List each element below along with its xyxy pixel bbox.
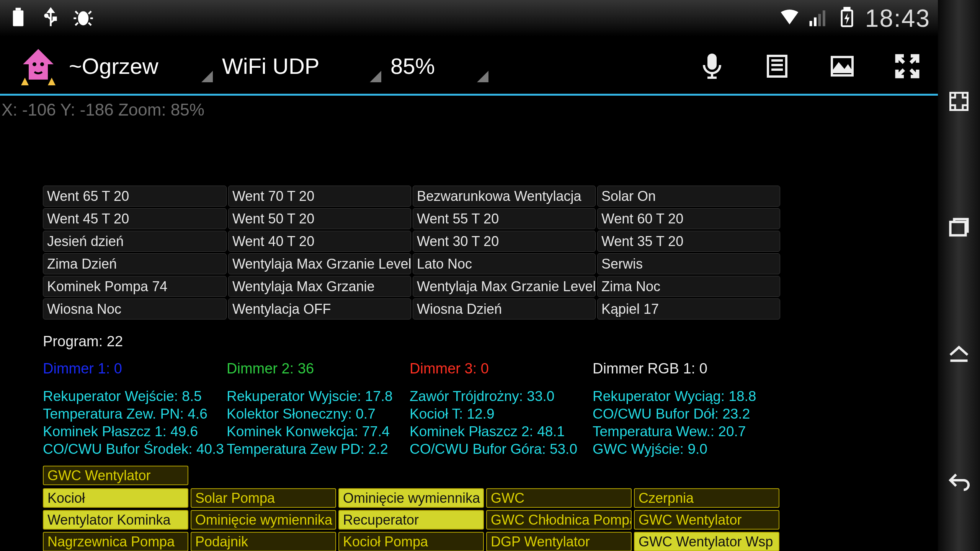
list-button[interactable] [762, 51, 792, 82]
app-action-bar: ~Ogrzew WiFi UDP 85% [0, 38, 938, 96]
preset-button[interactable]: Serwis [597, 253, 780, 274]
battery-100-icon [8, 7, 29, 29]
svg-rect-22 [951, 93, 968, 110]
mode-spinner-label: ~Ogrzew [69, 53, 158, 79]
sensor-reading: CO/CWU Bufor Góra: 53.0 [410, 440, 593, 458]
preset-button[interactable]: Kominek Pompa 74 [43, 276, 227, 297]
preset-button[interactable]: Solar On [597, 186, 780, 207]
home-button[interactable] [946, 341, 972, 367]
signal-icon [808, 7, 829, 29]
svg-point-15 [40, 62, 44, 66]
preset-button[interactable]: Went 50 T 20 [228, 208, 411, 229]
preset-button[interactable]: Bezwarunkowa Wentylacja [413, 186, 596, 207]
preset-button[interactable]: Went 40 T 20 [228, 231, 411, 252]
mic-button[interactable] [697, 51, 727, 82]
recent-apps-button[interactable] [946, 214, 972, 241]
preset-button[interactable]: Wiosna Noc [43, 298, 227, 320]
preset-button[interactable]: Wentylaja Max Grzanie Level 2 [228, 253, 411, 274]
preset-button[interactable]: Went 70 T 20 [228, 186, 411, 207]
minimize-button[interactable] [946, 88, 972, 115]
output-button[interactable]: Ominięcie wymiennika - Nie [338, 488, 484, 508]
preset-button[interactable]: Went 65 T 20 [43, 186, 227, 207]
output-button[interactable]: Nagrzewnica Pompa [43, 532, 188, 551]
svg-rect-1 [16, 8, 21, 10]
svg-rect-3 [53, 18, 56, 20]
output-button[interactable]: Ominięcie wymiennika - Tak [191, 510, 336, 530]
debug-icon [73, 7, 94, 29]
svg-rect-0 [13, 10, 24, 26]
gwc-wentylator-button[interactable]: GWC Wentylator [43, 466, 188, 485]
sensor-reading: CO/CWU Bufor Dół: 23.2 [593, 405, 776, 423]
sensor-reading: Kolektor Słoneczny: 0.7 [227, 405, 410, 423]
svg-rect-23 [951, 222, 966, 235]
sensor-reading: Kominek Konwekcja: 77.4 [227, 423, 410, 440]
connection-spinner-label: WiFi UDP [222, 53, 320, 79]
sensor-reading: Rekuperator Wyciąg: 18.8 [593, 388, 776, 405]
mode-spinner[interactable]: ~Ogrzew [69, 47, 214, 85]
zoom-spinner-label: 85% [390, 53, 435, 79]
preset-button[interactable]: Wentylaja Max Grzanie Level 1 + DG [413, 276, 596, 297]
image-button[interactable] [827, 51, 858, 82]
sensor-readings: Rekuperator Wejście: 8.5Rekuperator Wyjs… [43, 388, 938, 458]
output-button[interactable]: GWC Wentylator Wsp [634, 532, 779, 551]
output-button[interactable]: DGP Wentylator [486, 532, 632, 551]
svg-marker-13 [48, 78, 56, 85]
preset-button[interactable]: Zima Noc [597, 276, 780, 297]
gwc-wentylator-label: GWC Wentylator [47, 468, 150, 484]
sensor-reading: CO/CWU Bufor Środek: 40.3 [43, 440, 227, 458]
program-label: Program: 22 [43, 333, 938, 350]
preset-button[interactable]: Went 55 T 20 [413, 208, 596, 229]
sensor-reading: Temperatura Wew.: 20.7 [593, 423, 776, 440]
output-button[interactable]: GWC Wentylator [634, 510, 779, 530]
sensor-reading: Rekuperator Wejście: 8.5 [43, 388, 227, 405]
dimmers-row: Dimmer 1: 0 Dimmer 2: 36 Dimmer 3: 0 Dim… [43, 360, 938, 377]
svg-marker-12 [21, 78, 29, 85]
svg-rect-8 [823, 10, 825, 26]
zoom-spinner[interactable]: 85% [390, 47, 490, 85]
output-button[interactable]: GWC [486, 488, 632, 508]
svg-rect-10 [844, 8, 849, 10]
output-button[interactable]: Kocioł [43, 488, 188, 508]
status-bar: 18:43 [0, 0, 938, 36]
output-grid: KociołSolar PompaOminięcie wymiennika - … [43, 488, 938, 551]
back-button[interactable] [946, 467, 972, 494]
preset-button[interactable]: Went 35 T 20 [597, 231, 780, 252]
output-button[interactable]: Wentylator Kominka [43, 510, 188, 530]
preset-button[interactable]: Zima Dzień [43, 253, 227, 274]
svg-point-14 [33, 62, 36, 66]
sensor-reading: Kominek Płaszcz 1: 49.6 [43, 423, 227, 440]
preset-button[interactable]: Jesień dzień [43, 231, 227, 252]
wifi-icon [779, 7, 800, 29]
svg-rect-5 [809, 21, 812, 26]
svg-point-4 [78, 11, 89, 25]
output-button[interactable]: Kocioł Pompa [338, 532, 484, 551]
preset-button[interactable]: Wiosna Dzień [413, 298, 596, 320]
connection-spinner[interactable]: WiFi UDP [222, 47, 383, 85]
output-button[interactable]: GWC Chłodnica Pompa [486, 510, 632, 530]
status-time: 18:43 [865, 4, 930, 33]
fullscreen-button[interactable] [892, 51, 923, 82]
preset-button[interactable]: Lato Noc [413, 253, 596, 274]
dimmer-rgb-1: Dimmer RGB 1: 0 [593, 360, 776, 377]
app-logo-icon[interactable] [15, 43, 61, 89]
preset-button[interactable]: Wentylaja Max Grzanie [228, 276, 411, 297]
preset-button[interactable]: Kąpiel 17 [597, 298, 780, 320]
preset-button[interactable]: Wentylacja OFF [228, 298, 411, 320]
preset-button[interactable]: Went 30 T 20 [413, 231, 596, 252]
svg-rect-6 [814, 18, 817, 26]
svg-marker-11 [23, 49, 54, 80]
android-nav-rail [938, 0, 980, 551]
preset-button[interactable]: Went 45 T 20 [43, 208, 227, 229]
sensor-reading: GWC Wyjście: 9.0 [593, 440, 776, 458]
svg-point-2 [45, 14, 48, 17]
output-button[interactable]: Podajnik [191, 532, 336, 551]
output-button[interactable]: Recuperator [338, 510, 484, 530]
dimmer-1: Dimmer 1: 0 [43, 360, 227, 377]
preset-button[interactable]: Went 60 T 20 [597, 208, 780, 229]
sensor-reading: Rekuperator Wyjscie: 17.8 [227, 388, 410, 405]
usb-icon [40, 7, 61, 29]
preset-grid: Went 65 T 20Went 70 T 20Bezwarunkowa Wen… [43, 186, 938, 320]
output-button[interactable]: Czerpnia [634, 488, 779, 508]
output-button[interactable]: Solar Pompa [191, 488, 336, 508]
coordinates-label: X: -106 Y: -186 Zoom: 85% [2, 100, 204, 119]
